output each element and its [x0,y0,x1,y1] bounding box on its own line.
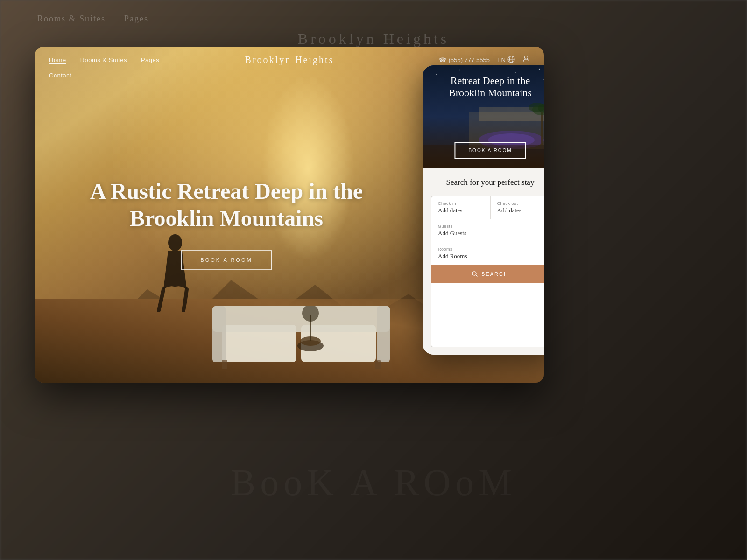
hero-title: A Rustic Retreat Deep in the Brooklin Mo… [63,178,390,231]
check-out-field[interactable]: Check out Add dates [490,196,544,219]
check-out-value: Add dates [497,207,543,214]
nav-links-left: Home Rooms & Suites Pages [49,56,159,63]
svg-point-35 [472,272,476,275]
svg-point-20 [459,70,460,70]
plant-bowl [296,306,324,355]
svg-rect-7 [222,360,227,369]
bg-nav-pages: Pages [124,14,148,24]
mobile-hero-title: Retreat Deep in the Brooklin Mountains [423,75,544,99]
svg-point-13 [302,306,319,322]
svg-rect-8 [375,360,381,369]
phone-icon: ☎ [439,56,446,63]
user-icon[interactable] [522,55,530,64]
nav-top-row: Home Rooms & Suites Pages Brooklyn Heigh… [49,55,530,64]
book-room-button[interactable]: BOOK A ROOM [181,250,271,270]
mobile-card-hero: Retreat Deep in the Brooklin Mountains B… [423,65,544,168]
rooms-value: Add Rooms [438,252,543,260]
nav-contact[interactable]: Contact [49,72,71,79]
nav-language[interactable]: EN [497,56,515,64]
rooms-label: Rooms [438,247,543,252]
mobile-search-section: Search for your perfect stay Check in Ad… [423,168,544,355]
hero-content: A Rustic Retreat Deep in the Brooklin Mo… [35,178,418,270]
bg-book-room-text: BooK A ROoM [231,462,516,504]
nav-pages[interactable]: Pages [141,56,159,63]
guests-field[interactable]: Guests Add Guests [431,219,544,242]
search-button[interactable]: SEARCH [431,265,544,283]
nav-home[interactable]: Home [49,56,66,63]
svg-point-22 [515,72,516,73]
nav-brand: Brooklyn Heights [245,55,334,65]
rooms-field[interactable]: Rooms Add Rooms [431,242,544,265]
background-nav-text: Rooms & Suites Pages [0,14,747,24]
search-form: Check in Add dates Check out Add dates G… [431,196,544,347]
nav-rooms-suites[interactable]: Rooms & Suites [80,56,127,63]
check-out-label: Check out [497,201,543,206]
browser-card: Home Rooms & Suites Pages Brooklyn Heigh… [35,47,544,383]
search-btn-label: SEARCH [481,271,508,277]
svg-rect-6 [377,306,390,362]
nav-contact-row: Contact [49,71,71,79]
mobile-search-title: Search for your perfect stay [431,177,544,188]
mobile-book-button[interactable]: BOOK A ROOM [454,142,526,159]
globe-icon [507,56,515,64]
phone-number: (555) 777 5555 [449,56,490,63]
check-dates-row: Check in Add dates Check out Add dates [431,196,544,219]
search-icon [472,271,478,277]
background-center-title: Brooklyn Heights [0,30,747,48]
guests-label: Guests [438,224,543,229]
svg-point-23 [539,69,540,70]
guests-value: Add Guests [438,230,543,237]
lang-label: EN [497,56,506,63]
svg-rect-5 [212,306,226,362]
nav-right: ☎ (555) 777 5555 EN [439,55,530,64]
bg-nav-rooms: Rooms & Suites [37,14,106,24]
check-in-field[interactable]: Check in Add dates [431,196,490,219]
check-in-value: Add dates [438,207,484,214]
mobile-card: Retreat Deep in the Brooklin Mountains B… [423,65,544,355]
check-in-label: Check in [438,201,484,206]
svg-line-36 [476,275,478,277]
svg-point-17 [525,56,528,59]
nav-phone[interactable]: ☎ (555) 777 5555 [439,56,490,63]
